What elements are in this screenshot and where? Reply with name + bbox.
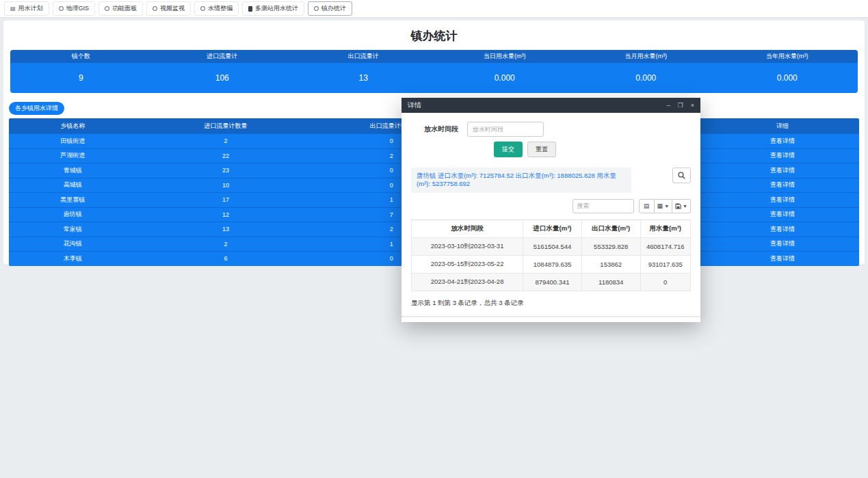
release-period-label: 放水时间段 [424, 124, 458, 134]
town-name: 花沟镇 [9, 239, 136, 248]
summary-header: 当日用水量(m³) [434, 52, 576, 61]
town-name: 田镇街道 [9, 137, 136, 146]
town-inlet-count: 6 [136, 255, 315, 262]
town-inlet-count: 13 [136, 226, 315, 233]
submit-button[interactable]: 提交 [494, 142, 523, 157]
summary-header: 出口流量计 [293, 52, 434, 61]
view-detail-link[interactable]: 查看详情 [770, 137, 795, 144]
summary-header: 进口流量计 [152, 52, 293, 61]
export-button[interactable]: ▼ [672, 199, 691, 213]
chevron-down-icon: ▼ [664, 204, 669, 209]
town-name: 木李镇 [9, 254, 136, 263]
view-detail-link[interactable]: 查看详情 [770, 167, 795, 174]
tab-label: 地理GIS [66, 4, 90, 13]
town-inlet-count: 23 [136, 167, 315, 174]
table-search-input[interactable] [573, 199, 634, 213]
view-detail-link[interactable]: 查看详情 [770, 226, 795, 233]
town-name: 常家镇 [9, 225, 136, 234]
inlet-volume-cell: 879400.341 [523, 273, 582, 291]
release-records-table: 放水时间段 进口水量(m³) 出口水量(m³) 用水量(m³) 2023-03-… [411, 220, 691, 291]
circle-icon [314, 6, 319, 11]
summary-value: 106 [152, 73, 293, 83]
reset-button[interactable]: 重置 [527, 142, 556, 157]
columns-button[interactable]: ▦▼ [655, 199, 672, 213]
list-icon: ▤ [10, 6, 16, 12]
tab-label: 多测站用水统计 [255, 4, 298, 13]
pagination-info: 显示第 1 到第 3 条记录，总共 3 条记录 [411, 299, 691, 308]
detail-modal: 详情 – ❐ × 放水时间段 提交 重置 唐坊镇 进口水量(m³): 71257… [402, 98, 700, 322]
toggle-view-button[interactable]: ▤ [639, 199, 655, 213]
tab-town-stats[interactable]: 镇办统计 [308, 1, 352, 16]
town-name: 高城镇 [9, 181, 136, 189]
block-icon [248, 6, 252, 12]
view-detail-link[interactable]: 查看详情 [770, 211, 795, 217]
column-header[interactable]: 出口水量(m³) [581, 220, 640, 237]
towns-header-name: 乡镇名称 [9, 122, 136, 131]
period-cell: 2023-04-21到2023-04-28 [412, 273, 523, 291]
summary-value: 0.000 [434, 73, 576, 83]
towns-header-detail: 详细 [706, 122, 859, 131]
search-icon [678, 172, 685, 179]
summary-table: 镇个数 进口流量计 出口流量计 当日用水量(m³) 当月用水量(m³) 当年用水… [10, 50, 858, 93]
town-inlet-count: 12 [136, 211, 315, 218]
table-row: 2023-03-10到2023-03-31 5161504.544 553329… [412, 237, 691, 255]
table-row: 2023-04-21到2023-04-28 879400.341 1180834… [412, 273, 691, 291]
summary-value: 9 [10, 73, 152, 83]
export-icon [675, 203, 681, 209]
usage-volume-cell: 931017.635 [640, 255, 690, 273]
tab-water-plan[interactable]: ▤ 用水计划 [4, 1, 49, 16]
release-period-input[interactable] [467, 122, 544, 137]
column-header[interactable]: 放水时间段 [412, 220, 523, 237]
chevron-down-icon: ▼ [683, 204, 687, 209]
town-inlet-count: 2 [136, 137, 315, 144]
outlet-volume-cell: 153862 [581, 255, 640, 273]
view-detail-link[interactable]: 查看详情 [770, 196, 795, 203]
summary-value: 0.000 [575, 73, 717, 83]
view-detail-link[interactable]: 查看详情 [770, 255, 795, 262]
tab-water-regime[interactable]: 水情整编 [194, 1, 239, 16]
town-inlet-count: 10 [136, 182, 315, 189]
close-icon[interactable]: × [691, 103, 694, 109]
minimize-icon[interactable]: – [667, 103, 670, 109]
circle-icon [59, 6, 64, 11]
circle-icon [200, 6, 205, 11]
view-detail-link[interactable]: 查看详情 [770, 152, 795, 159]
tab-gis[interactable]: 地理GIS [53, 1, 96, 16]
summary-header: 当年用水量(m³) [717, 52, 858, 61]
columns-icon: ▦ [657, 202, 663, 209]
towns-detail-badge: 各乡镇用水详情 [9, 102, 64, 115]
town-name: 芦湖街道 [9, 151, 136, 160]
circle-icon [153, 6, 157, 11]
usage-volume-cell: 4608174.716 [640, 237, 690, 255]
town-inlet-count: 22 [136, 152, 315, 159]
column-header[interactable]: 进口水量(m³) [523, 220, 582, 237]
period-cell: 2023-03-10到2023-03-31 [412, 237, 523, 255]
period-cell: 2023-05-15到2023-05-22 [412, 255, 523, 273]
maximize-icon[interactable]: ❐ [678, 103, 683, 109]
inlet-volume-cell: 1084879.635 [523, 255, 582, 273]
town-inlet-count: 2 [136, 241, 315, 248]
modal-titlebar[interactable]: 详情 – ❐ × [402, 98, 700, 113]
view-detail-link[interactable]: 查看详情 [770, 240, 795, 247]
tab-label: 水情整编 [208, 4, 233, 13]
tab-multistation-stats[interactable]: 多测站用水统计 [242, 1, 304, 16]
town-name: 黑里寨镇 [9, 196, 136, 204]
summary-header: 镇个数 [10, 52, 152, 61]
usage-volume-cell: 0 [640, 273, 690, 291]
towns-header-inlet: 进口流量计数量 [136, 122, 315, 131]
column-header[interactable]: 用水量(m³) [640, 220, 690, 237]
summary-value-row: 9 106 13 0.000 0.000 0.000 [10, 63, 858, 93]
page-title: 镇办统计 [3, 21, 865, 50]
tab-label: 功能面板 [112, 4, 137, 13]
water-summary-info: 唐坊镇 进口水量(m³): 7125784.52 出口水量(m³): 18880… [411, 168, 631, 193]
outlet-volume-cell: 553329.828 [581, 237, 640, 255]
top-tab-bar: ▤ 用水计划 地理GIS 功能面板 视频监视 水情整编 多测站用水统计 镇办统计 [0, 0, 868, 18]
town-name: 唐坊镇 [9, 210, 136, 219]
town-name: 青城镇 [9, 166, 136, 175]
table-row: 2023-05-15到2023-05-22 1084879.635 153862… [412, 255, 691, 273]
view-detail-link[interactable]: 查看详情 [770, 181, 795, 188]
tab-video-monitor[interactable]: 视频监视 [146, 1, 191, 16]
inlet-volume-cell: 5161504.544 [523, 237, 582, 255]
search-button[interactable] [672, 168, 691, 183]
tab-function-panel[interactable]: 功能面板 [98, 1, 143, 16]
